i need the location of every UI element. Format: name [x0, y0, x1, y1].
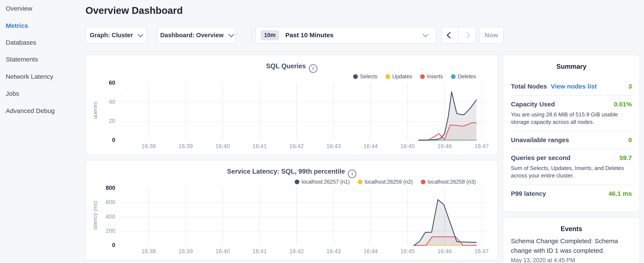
time-range-selector[interactable]: 10m Past 10 Minutes	[255, 27, 436, 43]
summary-body: Total NodesView nodes list3Capacity Used…	[511, 78, 632, 202]
time-range-label: Past 10 Minutes	[285, 32, 334, 39]
x-axis-tick: 16:39	[171, 248, 200, 255]
chart-title: Service Latency: SQL, 99th percentilei	[86, 168, 498, 178]
summary-row: Unavailable ranges0	[511, 131, 632, 149]
x-axis-tick: 16:43	[319, 248, 348, 255]
summary-row-label: Capacity Used	[511, 101, 555, 108]
sidebar-item-statements[interactable]: Statements	[6, 56, 38, 63]
summary-row: Capacity Used0.01%You are using 28.6 MiB…	[511, 95, 632, 131]
legend-item-localhost-26257-n1-[interactable]: localhost:26257 (n1)	[295, 179, 350, 185]
y-axis-label: queries	[92, 76, 99, 144]
x-axis-tick: 16:46	[430, 143, 460, 150]
x-axis-tick: 16:45	[393, 248, 422, 255]
dashboard-dropdown[interactable]: Dashboard: Overview	[157, 27, 236, 43]
time-range-pager	[441, 27, 476, 43]
x-axis-tick: 16:47	[467, 143, 496, 150]
info-icon[interactable]: i	[348, 170, 356, 178]
events-title: Events	[503, 225, 640, 233]
legend-dot-icon	[420, 74, 425, 79]
x-axis-tick: 16:40	[208, 143, 238, 150]
legend-label: localhost:26258 (n3)	[428, 179, 476, 185]
sql-queries-title: SQL Queries	[266, 62, 306, 70]
service-latency-plot	[120, 185, 487, 245]
legend-label: localhost:26257 (n1)	[302, 179, 350, 185]
page-title: Overview Dashboard	[86, 5, 183, 16]
service-latency-title: Service Latency: SQL, 99th percentile	[227, 168, 345, 175]
x-axis-tick: 16:38	[134, 248, 164, 255]
x-axis-tick: 16:39	[171, 143, 200, 150]
summary-panel: Summary Total NodesView nodes list3Capac…	[503, 55, 640, 212]
x-axis-tick: 16:44	[356, 143, 386, 150]
chevron-down-icon	[138, 32, 143, 37]
legend-item-localhost-26259-n2-[interactable]: localhost:26259 (n2)	[358, 179, 413, 185]
chevron-down-icon	[423, 32, 428, 37]
legend-dot-icon	[358, 180, 362, 184]
x-axis-tick: 16:44	[356, 248, 386, 255]
legend-item-inserts[interactable]: Inserts	[420, 73, 443, 80]
event-timestamp: May 13, 2020 at 4:45 PM	[511, 257, 632, 263]
legend-label: Inserts	[427, 73, 443, 80]
x-axis-tick: 16:45	[393, 143, 422, 150]
legend-label: Updates	[392, 73, 412, 80]
legend-label: Deletes	[458, 73, 476, 80]
info-icon[interactable]: i	[309, 64, 318, 73]
view-nodes-list-link[interactable]: View nodes list	[551, 83, 596, 90]
dashboard-dropdown-label: Dashboard: Overview	[160, 32, 224, 39]
chart-title: SQL Queriesi	[86, 62, 498, 73]
x-axis-tick: 16:42	[282, 248, 312, 255]
legend-item-selects[interactable]: Selects	[353, 73, 378, 80]
x-axis-tick: 16:38	[134, 143, 164, 150]
sidebar-item-jobs[interactable]: Jobs	[6, 90, 19, 97]
summary-row-value: 59.7	[620, 154, 632, 161]
time-range-badge: 10m	[261, 30, 279, 40]
next-range-button[interactable]	[458, 27, 475, 43]
summary-row-value: 0	[628, 136, 632, 144]
x-axis-tick: 16:46	[430, 248, 460, 255]
legend-item-localhost-26258-n3-[interactable]: localhost:26258 (n3)	[421, 179, 476, 185]
sql-queries-card: SQL Queriesi SelectsUpdatesInsertsDelete…	[86, 55, 498, 155]
summary-row-label: Queries per second	[511, 154, 570, 161]
summary-row-subtext: You are using 28.6 MiB of 515.9 GiB usab…	[511, 111, 632, 126]
summary-row-label: P99 latency	[511, 190, 546, 197]
graph-dropdown[interactable]: Graph: Cluster	[86, 27, 147, 43]
sidebar-item-databases[interactable]: Databases	[6, 39, 36, 46]
sidebar-item-metrics[interactable]: Metrics	[6, 22, 28, 30]
now-button[interactable]: Now	[479, 27, 504, 43]
events-panel: Events Schema Change Completed: Schema c…	[503, 217, 640, 263]
x-axis-tick: 16:41	[245, 143, 274, 150]
event-item: Schema Change Completed: Schema change w…	[511, 236, 632, 263]
summary-title: Summary	[503, 63, 640, 70]
legend-label: Selects	[360, 73, 378, 80]
summary-row-value: 46.1 ms	[608, 190, 632, 197]
summary-row-label: Total Nodes	[511, 83, 547, 90]
events-list: Schema Change Completed: Schema change w…	[511, 236, 632, 263]
summary-row-subtext: Sum of Selects, Updates, Inserts, and De…	[511, 164, 632, 179]
legend-dot-icon	[386, 74, 390, 79]
prev-range-button[interactable]	[442, 27, 458, 43]
legend-dot-icon	[451, 74, 456, 79]
summary-row-value: 0.01%	[614, 101, 632, 108]
x-axis-tick: 16:47	[467, 248, 496, 255]
service-latency-card: Service Latency: SQL, 99th percentilei l…	[86, 160, 498, 260]
summary-row-label: Unavailable ranges	[511, 136, 569, 143]
chevron-down-icon	[228, 32, 234, 37]
summary-row-value: 3	[628, 83, 632, 90]
legend-item-deletes[interactable]: Deletes	[451, 73, 476, 80]
graph-dropdown-label: Graph: Cluster	[90, 32, 133, 39]
legend-dot-icon	[295, 180, 299, 184]
legend-dot-icon	[421, 180, 426, 184]
summary-row: Queries per second59.7Sum of Selects, Up…	[511, 149, 632, 184]
chevron-right-icon	[464, 32, 470, 38]
divider	[252, 28, 252, 42]
service-latency-legend: localhost:26257 (n1)localhost:26259 (n2)…	[295, 179, 476, 185]
x-axis-tick: 16:40	[208, 248, 238, 255]
chevron-left-icon	[446, 32, 454, 39]
x-axis-tick: 16:43	[319, 143, 348, 150]
sidebar-item-advanced-debug[interactable]: Advanced Debug	[6, 107, 55, 115]
sidebar: OverviewMetricsDatabasesStatementsNetwor…	[0, 0, 81, 263]
x-axis-tick: 16:41	[245, 248, 274, 255]
sidebar-item-network-latency[interactable]: Network Latency	[6, 73, 53, 80]
sidebar-item-overview[interactable]: Overview	[6, 5, 32, 12]
summary-row: P99 latency46.1 ms	[511, 184, 632, 202]
legend-item-updates[interactable]: Updates	[386, 73, 412, 80]
